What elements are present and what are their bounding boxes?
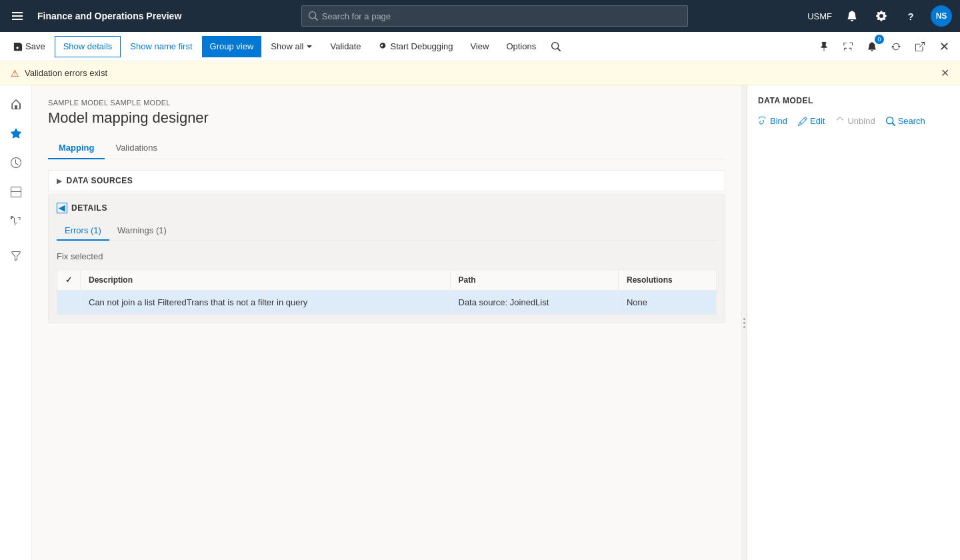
show-details-label: Show details: [63, 41, 113, 51]
refresh-icon[interactable]: [885, 36, 907, 57]
validation-banner: ⚠ Validation errors exist ✕: [0, 61, 960, 85]
row-check: [57, 291, 81, 315]
data-sources-chevron-icon: ▶: [57, 177, 63, 185]
save-label: Save: [25, 41, 45, 51]
sidebar-item-filter[interactable]: [3, 243, 29, 269]
edit-button[interactable]: Edit: [798, 116, 825, 126]
validate-button[interactable]: Validate: [322, 36, 369, 57]
tab-mapping[interactable]: Mapping: [48, 137, 105, 159]
svg-rect-1: [12, 15, 23, 17]
table-header-row: ✓ Description Path Resolutions: [57, 270, 717, 291]
options-button[interactable]: Options: [498, 36, 544, 57]
resizer-dot: [743, 318, 745, 320]
unbind-button[interactable]: Unbind: [835, 116, 875, 126]
start-debugging-label: Start Debugging: [390, 41, 453, 51]
top-navigation: Finance and Operations Preview Search fo…: [0, 0, 960, 32]
col-resolutions: Resolutions: [618, 270, 716, 291]
sidebar-item-modules[interactable]: [3, 208, 29, 235]
data-model-search-button[interactable]: Search: [886, 116, 925, 126]
left-sidebar: [0, 85, 32, 560]
unbind-label: Unbind: [847, 116, 875, 126]
tab-validations[interactable]: Validations: [105, 137, 168, 159]
show-all-button[interactable]: Show all: [263, 36, 321, 57]
svg-rect-0: [12, 12, 23, 13]
col-check: ✓: [57, 270, 81, 291]
close-icon[interactable]: ✕: [933, 36, 955, 57]
bind-button[interactable]: Bind: [758, 116, 787, 126]
options-label: Options: [506, 41, 536, 51]
command-bar-right: 0 ✕: [813, 36, 955, 57]
sidebar-item-workspace[interactable]: [3, 179, 29, 205]
mapping-tabs: Mapping Validations: [48, 137, 725, 159]
details-collapse-icon[interactable]: ◀: [57, 203, 67, 213]
tab-warnings-label: Warnings (1): [117, 225, 167, 235]
content-area: SAMPLE MODEL SAMPLE MODEL Model mapping …: [32, 85, 960, 560]
validation-message: Validation errors exist: [25, 68, 107, 78]
sidebar-item-favorites[interactable]: [3, 120, 29, 147]
validation-close-button[interactable]: ✕: [941, 67, 949, 79]
help-icon[interactable]: ?: [901, 7, 920, 25]
topnav-right: USMF ? NS: [807, 5, 952, 27]
warning-icon: ⚠: [11, 68, 19, 79]
show-all-label: Show all: [271, 41, 303, 51]
table-row[interactable]: Can not join a list FilteredTrans that i…: [57, 291, 717, 315]
row-resolutions: None: [618, 291, 716, 315]
edit-label: Edit: [810, 116, 825, 126]
expand-icon[interactable]: [837, 36, 859, 57]
company-code: USMF: [807, 11, 832, 21]
notification-badge-icon[interactable]: 0: [861, 36, 883, 57]
tab-mapping-label: Mapping: [59, 143, 94, 153]
settings-icon[interactable]: [872, 7, 891, 25]
row-description: Can not join a list FilteredTrans that i…: [81, 291, 451, 315]
panel-resizer[interactable]: [741, 85, 747, 560]
error-table: ✓ Description Path Resolutions Can not j…: [57, 269, 717, 315]
search-placeholder: Search for a page: [322, 11, 391, 21]
svg-rect-2: [12, 19, 23, 20]
resizer-handle: [743, 318, 745, 328]
notification-count: 0: [875, 35, 884, 44]
tab-errors[interactable]: Errors (1): [57, 221, 109, 241]
search-cmd-icon[interactable]: [545, 36, 567, 57]
row-path: Data source: JoinedList: [450, 291, 618, 315]
breadcrumb: SAMPLE MODEL SAMPLE MODEL: [48, 99, 725, 107]
user-avatar[interactable]: NS: [931, 5, 952, 27]
search-label: Search: [898, 116, 925, 126]
command-bar: Save Show details Show name first Group …: [0, 32, 960, 61]
data-model-panel: DATA MODEL Bind Edit: [747, 85, 960, 560]
fix-selected-button[interactable]: Fix selected: [57, 249, 103, 264]
hamburger-menu-icon[interactable]: [8, 7, 27, 25]
popout-icon[interactable]: [909, 36, 931, 57]
global-search-bar[interactable]: Search for a page: [301, 5, 688, 27]
col-path: Path: [450, 270, 618, 291]
app-title: Finance and Operations Preview: [37, 11, 181, 21]
data-model-actions: Bind Edit Unbind: [758, 116, 949, 126]
data-sources-section[interactable]: ▶ DATA SOURCES: [48, 170, 725, 191]
sidebar-item-home[interactable]: [3, 91, 29, 117]
view-button[interactable]: View: [462, 36, 497, 57]
start-debugging-button[interactable]: Start Debugging: [370, 36, 461, 57]
details-tabs: Errors (1) Warnings (1): [57, 221, 717, 241]
tab-validations-label: Validations: [115, 143, 157, 153]
tab-warnings[interactable]: Warnings (1): [109, 221, 175, 241]
details-label: DETAILS: [71, 203, 107, 213]
main-layout: SAMPLE MODEL SAMPLE MODEL Model mapping …: [0, 85, 960, 560]
group-view-button[interactable]: Group view: [202, 36, 262, 57]
group-view-label: Group view: [210, 41, 254, 51]
sidebar-item-recent[interactable]: [3, 149, 29, 176]
main-panel: SAMPLE MODEL SAMPLE MODEL Model mapping …: [32, 85, 741, 560]
notification-icon[interactable]: [843, 7, 861, 25]
view-label: View: [470, 41, 489, 51]
pin-icon[interactable]: [813, 36, 835, 57]
save-button[interactable]: Save: [5, 36, 53, 57]
resizer-dot: [743, 322, 745, 324]
data-model-title: DATA MODEL: [758, 96, 949, 105]
resizer-dot: [743, 326, 745, 328]
col-description: Description: [81, 270, 451, 291]
show-details-button[interactable]: Show details: [55, 36, 121, 57]
show-name-first-button[interactable]: Show name first: [122, 36, 200, 57]
fix-selected-label: Fix selected: [57, 251, 103, 261]
bind-label: Bind: [770, 116, 787, 126]
page-title: Model mapping designer: [48, 109, 725, 127]
tab-errors-label: Errors (1): [65, 225, 101, 235]
show-name-first-label: Show name first: [130, 41, 192, 51]
